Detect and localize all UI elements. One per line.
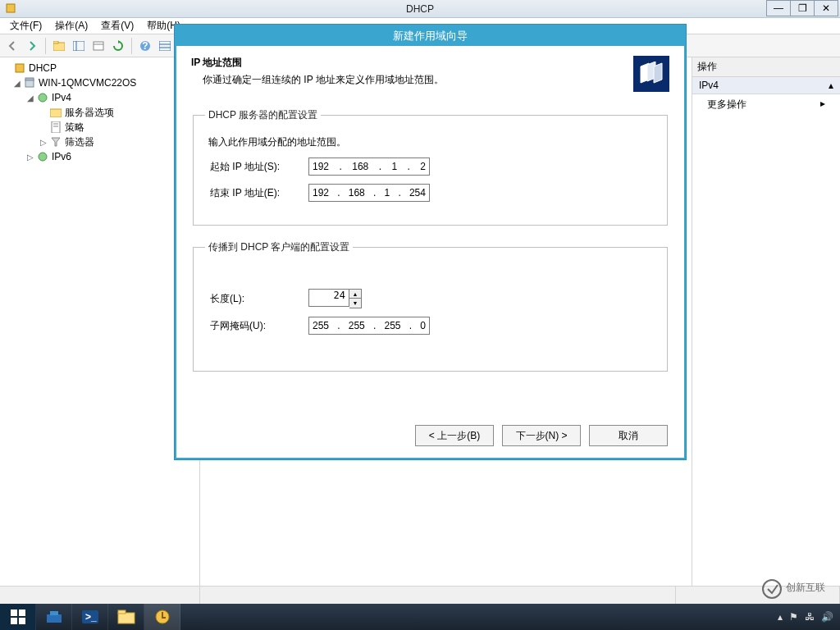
tree-server-options[interactable]: 服务器选项 (2, 105, 198, 120)
app-icon (5, 2, 16, 14)
dialog-header-title: IP 地址范围 (191, 56, 625, 70)
svg-rect-35 (162, 617, 166, 619)
back-button[interactable]: < 上一步(B) (415, 425, 494, 446)
svg-rect-16 (25, 78, 34, 80)
dialog-title: 新建作用域向导 (176, 26, 684, 46)
tree-server[interactable]: ◢ WIN-1QMCVMC22OS (2, 75, 198, 90)
menu-view[interactable]: 查看(V) (94, 17, 140, 34)
fieldset-prompt: 输入此作用域分配的地址范围。 (208, 135, 655, 149)
actions-more[interactable]: 更多操作 ▸ (692, 94, 840, 115)
menu-action[interactable]: 操作(A) (48, 17, 94, 34)
toolbar-separator (45, 38, 46, 54)
chevron-up-icon: ▴ (829, 80, 833, 91)
svg-rect-25 (11, 618, 17, 624)
svg-rect-0 (7, 4, 15, 12)
dhcp-icon (13, 62, 26, 75)
actions-section-label: IPv4 (699, 80, 719, 91)
length-input[interactable]: 24 (308, 289, 349, 307)
svg-rect-9 (159, 41, 171, 51)
svg-text:?: ? (142, 40, 148, 52)
window-title: DHCP (406, 3, 434, 15)
panel-icon[interactable] (70, 37, 88, 55)
spin-up-icon[interactable]: ▲ (349, 290, 361, 299)
collapse-icon[interactable]: ◢ (25, 94, 36, 103)
task-server-manager[interactable] (36, 604, 72, 630)
status-bar (0, 586, 840, 604)
fieldset-client-config: 传播到 DHCP 客户端的配置设置 长度(L): 24 ▲ ▼ 子网掩码(U):… (193, 240, 668, 372)
menu-file[interactable]: 文件(F) (3, 17, 48, 34)
svg-rect-18 (50, 109, 62, 117)
svg-rect-31 (118, 613, 135, 623)
fieldset-legend: DHCP 服务器的配置设置 (205, 108, 321, 122)
tree-panel: DHCP ◢ WIN-1QMCVMC22OS ◢ IPv4 服务器选项 策略 ▷… (0, 57, 200, 586)
refresh-icon[interactable] (109, 37, 127, 55)
collapse-icon[interactable]: ◢ (11, 79, 23, 88)
actions-section[interactable]: IPv4 ▴ (692, 77, 840, 94)
actions-header: 操作 (692, 57, 840, 77)
svg-rect-32 (118, 610, 126, 614)
next-button[interactable]: 下一步(N) > (502, 425, 581, 446)
end-ip-label: 结束 IP 地址(E): (210, 186, 308, 200)
ipv4-icon (36, 91, 49, 104)
svg-rect-2 (53, 41, 58, 43)
tree-filters[interactable]: ▷ 筛选器 (2, 135, 198, 149)
start-ip-input[interactable]: 192. 168. 1. 2 (308, 158, 430, 176)
svg-point-22 (39, 153, 47, 161)
length-stepper[interactable]: ▲ ▼ (349, 289, 362, 308)
subnet-mask-label: 子网掩码(U): (210, 319, 308, 333)
expand-icon[interactable]: ▷ (25, 153, 36, 162)
end-ip-input[interactable]: 192. 168. 1. 254 (308, 184, 430, 202)
close-button[interactable]: ✕ (814, 0, 838, 16)
tree-root[interactable]: DHCP (2, 61, 198, 75)
window-titlebar: DHCP — ❐ ✕ (0, 0, 840, 18)
subnet-mask-input[interactable]: 255. 255. 255. 0 (308, 317, 430, 335)
svg-rect-5 (94, 42, 103, 50)
watermark-logo: 创新互联 (761, 578, 835, 602)
tray-network-icon[interactable]: 🖧 (805, 611, 815, 623)
svg-rect-24 (19, 609, 25, 616)
taskbar: >_ ▴ ⚑ 🖧 🔊 (0, 604, 840, 630)
view-list-icon[interactable] (156, 37, 174, 55)
dialog-header: IP 地址范围 你通过确定一组连续的 IP 地址来定义作用域地址范围。 (176, 46, 684, 103)
new-scope-wizard-dialog: 新建作用域向导 IP 地址范围 你通过确定一组连续的 IP 地址来定义作用域地址… (175, 25, 686, 459)
svg-rect-28 (50, 611, 58, 615)
task-dhcp[interactable] (144, 604, 180, 630)
properties-icon[interactable] (89, 37, 107, 55)
system-tray[interactable]: ▴ ⚑ 🖧 🔊 (771, 604, 840, 630)
expand-icon[interactable]: ▷ (38, 138, 49, 147)
svg-point-17 (39, 94, 47, 102)
svg-rect-34 (162, 612, 163, 618)
tree-ipv4[interactable]: ◢ IPv4 (2, 90, 198, 105)
fieldset-legend: 传播到 DHCP 客户端的配置设置 (205, 240, 353, 254)
cancel-button[interactable]: 取消 (589, 425, 668, 446)
svg-point-36 (763, 580, 781, 598)
actions-item-label: 更多操作 (707, 98, 746, 110)
start-ip-label: 起始 IP 地址(S): (210, 160, 308, 174)
maximize-button[interactable]: ❐ (790, 0, 815, 16)
tree-policies[interactable]: 策略 (2, 120, 198, 135)
tree-label: 服务器选项 (65, 106, 114, 120)
tree-label: 筛选器 (65, 135, 94, 149)
svg-rect-19 (52, 121, 60, 133)
tree-ipv6[interactable]: ▷ IPv6 (2, 149, 198, 164)
length-label: 长度(L): (210, 292, 308, 306)
help-icon[interactable]: ? (136, 37, 154, 55)
tray-flag-icon[interactable]: ⚑ (789, 611, 798, 623)
spin-down-icon[interactable]: ▼ (349, 299, 361, 308)
svg-rect-14 (16, 64, 24, 72)
svg-rect-27 (47, 614, 62, 623)
minimize-button[interactable]: — (766, 0, 791, 16)
svg-rect-23 (11, 609, 17, 616)
task-powershell[interactable]: >_ (72, 604, 108, 630)
folder-icon[interactable] (50, 37, 68, 55)
tray-chevron-icon[interactable]: ▴ (778, 611, 783, 623)
policy-icon (49, 121, 62, 134)
tree-label: DHCP (29, 62, 57, 74)
forward-button[interactable] (23, 37, 41, 55)
tray-sound-icon[interactable]: 🔊 (821, 611, 833, 623)
start-button[interactable] (0, 604, 36, 630)
task-explorer[interactable] (108, 604, 144, 630)
server-icon (23, 76, 36, 89)
back-button[interactable] (3, 37, 21, 55)
tree-label: IPv4 (52, 92, 71, 103)
